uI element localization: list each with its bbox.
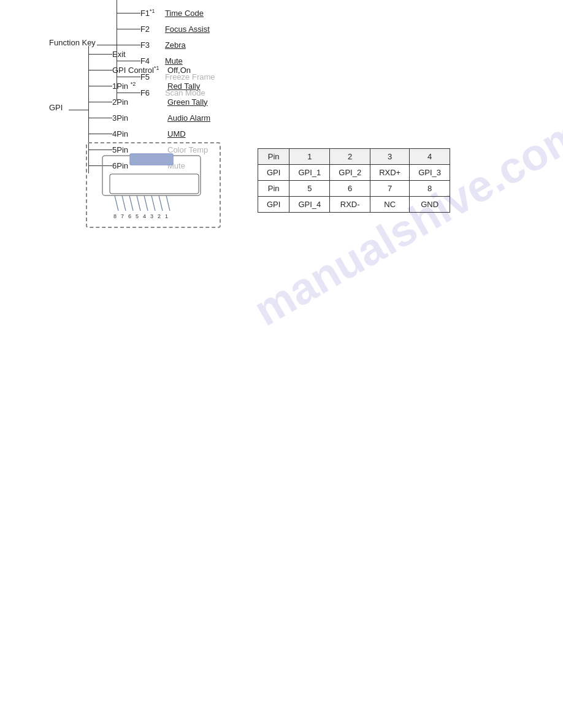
pin-table-cell: GPI_2 xyxy=(330,165,370,181)
svg-line-11 xyxy=(166,195,170,211)
svg-line-8 xyxy=(144,195,148,211)
pin-table-row: GPIGPI_1GPI_2RXD+GPI_3 xyxy=(258,165,450,181)
gpi-val-2pin: Green Tally xyxy=(167,97,208,107)
svg-text:4: 4 xyxy=(143,213,146,219)
gpi-val-1pin: Red Tally xyxy=(167,82,200,91)
gpi-sup-control: *1 xyxy=(154,65,159,71)
gpi-sup-1pin: *2 xyxy=(131,81,136,87)
svg-text:6: 6 xyxy=(128,213,131,219)
pin-table-cell: RXD- xyxy=(330,197,370,213)
pin-table: Pin1234GPIGPI_1GPI_2RXD+GPI_3Pin5678GPIG… xyxy=(258,148,450,213)
svg-text:5: 5 xyxy=(136,213,139,219)
gpi-row-1pin: 1Pin *2 Red Tally xyxy=(89,78,210,94)
gpi-tree: GPI Exit xyxy=(49,102,514,118)
connector-diagram: 8 7 6 5 4 3 2 1 xyxy=(86,142,221,228)
pin-table-cell: 4 xyxy=(410,149,450,165)
svg-line-7 xyxy=(137,195,140,211)
pin-table-cell: GPI xyxy=(258,197,289,213)
fk-row-f2: F2 Focus Assist xyxy=(117,21,215,37)
pin-table-cell: GND xyxy=(410,197,450,213)
pin-table-cell: 1 xyxy=(289,149,330,165)
gpi-label: GPI xyxy=(49,103,67,112)
pin-table-cell: Pin xyxy=(258,181,289,197)
svg-text:3: 3 xyxy=(150,213,153,219)
pin-table-cell: 7 xyxy=(370,181,410,197)
gpi-row-control: GPI Control*1 Off,On xyxy=(89,62,210,78)
gpi-row-2pin: 2Pin Green Tally xyxy=(89,94,210,110)
svg-text:1: 1 xyxy=(165,213,168,219)
fk-val-f1: Time Code xyxy=(165,9,204,18)
svg-line-4 xyxy=(115,195,118,211)
pin-table-row: Pin1234 xyxy=(258,149,450,165)
fk-val-f2: Focus Assist xyxy=(165,25,210,34)
pin-table-container: Pin1234GPIGPI_1GPI_2RXD+GPI_3Pin5678GPIG… xyxy=(258,148,450,213)
pin-table-cell: RXD+ xyxy=(370,165,410,181)
svg-line-5 xyxy=(122,195,126,211)
pin-table-cell: GPI_3 xyxy=(410,165,450,181)
pin-table-cell: 8 xyxy=(410,181,450,197)
gpi-row-4pin: 4Pin UMD xyxy=(89,126,210,142)
pin-table-row: Pin5678 xyxy=(258,181,450,197)
pin-table-cell: Pin xyxy=(258,149,289,165)
fk-key-f2: F2 xyxy=(140,25,165,34)
gpi-key-1pin: 1Pin *2 xyxy=(112,81,167,91)
fk-val-exit: Exit xyxy=(143,0,156,2)
gpi-key-3pin: 3Pin xyxy=(112,113,167,123)
pin-table-cell: GPI xyxy=(258,165,289,181)
gpi-val-control: Off,On xyxy=(167,66,191,75)
pin-section: 8 7 6 5 4 3 2 1 Pin1234GPIGPI_1GPI_2RXD+… xyxy=(86,142,514,228)
fk-row-exit: Exit xyxy=(117,0,215,5)
fk-sup-f1: *1 xyxy=(150,8,155,14)
fk-row-f1: F1*1 Time Code xyxy=(117,5,215,21)
svg-line-9 xyxy=(151,195,155,211)
pin-table-cell: GPI_1 xyxy=(289,165,330,181)
svg-rect-2 xyxy=(110,174,199,194)
svg-text:8: 8 xyxy=(113,213,117,219)
connector-svg: 8 7 6 5 4 3 2 1 xyxy=(96,153,213,220)
gpi-row-exit: Exit xyxy=(89,46,210,62)
pin-table-cell: GPI_4 xyxy=(289,197,330,213)
gpi-key-control: GPI Control*1 xyxy=(112,65,167,75)
fk-key-f1: F1*1 xyxy=(140,8,165,18)
gpi-val-exit: Exit xyxy=(112,50,126,59)
gpi-val-4pin: UMD xyxy=(167,129,186,138)
gpi-key-4pin: 4Pin xyxy=(112,129,167,138)
gpi-row-3pin: 3Pin Audio Alarm xyxy=(89,110,210,126)
svg-line-10 xyxy=(159,195,163,211)
pin-table-cell: 6 xyxy=(330,181,370,197)
pin-table-cell: 3 xyxy=(370,149,410,165)
gpi-key-2pin: 2Pin xyxy=(112,97,167,107)
pin-table-cell: 2 xyxy=(330,149,370,165)
svg-text:2: 2 xyxy=(158,213,161,219)
gpi-section: GPI Exit xyxy=(49,102,514,118)
svg-line-6 xyxy=(129,195,133,211)
svg-text:7: 7 xyxy=(121,213,124,219)
pin-table-cell: 5 xyxy=(289,181,330,197)
gpi-val-3pin: Audio Alarm xyxy=(167,113,210,123)
pin-table-row: GPIGPI_4RXD-NCGND xyxy=(258,197,450,213)
svg-rect-3 xyxy=(131,154,172,164)
pin-table-cell: NC xyxy=(370,197,410,213)
